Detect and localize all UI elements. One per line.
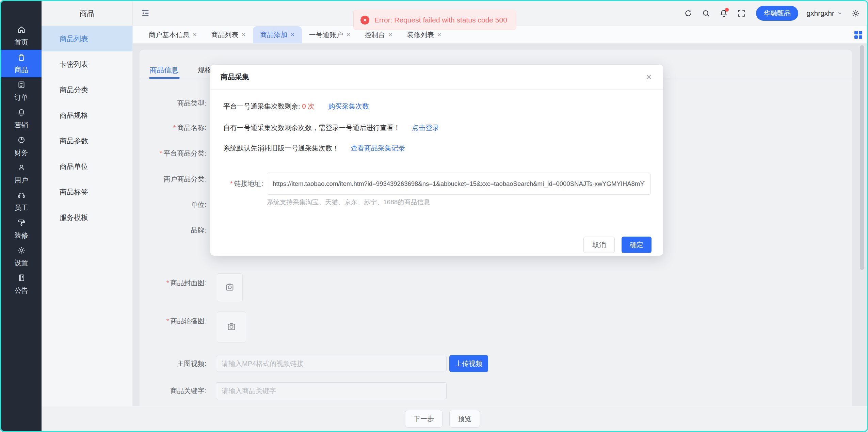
close-tab-icon[interactable]: ✕	[388, 32, 392, 38]
modal-link[interactable]: 查看商品采集记录	[351, 144, 405, 152]
modal-footer: 取消 确定	[583, 237, 652, 253]
user-icon	[17, 163, 26, 174]
close-tab-icon[interactable]: ✕	[242, 32, 246, 38]
shopping-bag-icon	[17, 53, 26, 63]
submenu-list: 商品列表卡密列表商品分类商品规格商品参数商品单位商品标签服务模板	[42, 26, 132, 230]
camera-icon	[226, 321, 237, 333]
sidebar-item-pie-chart[interactable]: 财务	[1, 132, 42, 160]
notification-badge	[725, 8, 729, 12]
refresh-icon[interactable]	[684, 9, 693, 18]
form-tab[interactable]: 商品信息	[150, 65, 178, 75]
submenu-item[interactable]: 商品规格	[42, 102, 132, 128]
bell-icon	[17, 108, 26, 118]
close-tab-icon[interactable]: ✕	[193, 32, 197, 38]
workspace-badge[interactable]: 华融甄品	[756, 6, 798, 21]
headset-icon	[17, 191, 26, 201]
video-url-input[interactable]	[216, 356, 447, 371]
footer-button[interactable]: 下一步	[405, 410, 443, 428]
sidebar-item-label: 用户	[15, 176, 28, 185]
notice-board-icon	[17, 273, 26, 284]
page-tab[interactable]: 商户基本信息✕	[142, 26, 204, 43]
home-icon	[17, 25, 26, 36]
sidebar-item-label: 装修	[15, 231, 28, 240]
camera-icon	[225, 282, 235, 293]
form-label: *商品名称:	[140, 123, 206, 132]
tab-grid-icon[interactable]	[854, 31, 862, 39]
cancel-button[interactable]: 取消	[583, 237, 615, 253]
sidebar-item-shopping-bag[interactable]: 商品	[1, 50, 42, 77]
url-helper-text: 系统支持采集淘宝、天猫、京东、苏宁、1688的商品信息	[267, 198, 430, 207]
notification-bell-icon[interactable]	[719, 9, 728, 18]
sidebar-item-label: 设置	[15, 258, 28, 268]
sidebar-item-label: 财务	[15, 148, 28, 157]
sidebar-item-headset[interactable]: 员工	[1, 188, 42, 215]
error-icon: ✕	[360, 16, 369, 25]
page-tab[interactable]: 一号通账户✕	[302, 26, 358, 43]
submenu-item[interactable]: 商品列表	[42, 26, 132, 51]
modal-info-line: 平台一号通采集次数剩余:0 次购买采集次数	[223, 101, 369, 111]
footer-button[interactable]: 预览	[449, 410, 480, 428]
vertical-scrollbar[interactable]	[860, 45, 864, 270]
error-toast-message: Error: Request failed with status code 5…	[374, 16, 507, 24]
search-icon[interactable]	[702, 9, 710, 18]
modal-link[interactable]: 点击登录	[412, 124, 439, 131]
paint-roller-icon	[17, 218, 26, 229]
form-label: 商户商品分类:	[140, 174, 206, 184]
close-tab-icon[interactable]: ✕	[437, 32, 441, 38]
sidebar-item-gear[interactable]: 设置	[1, 243, 42, 270]
modal-info-line: 系统默认先消耗旧版一号通采集次数！查看商品采集记录	[223, 143, 405, 153]
sidebar-item-label: 商品	[15, 65, 28, 75]
form-tab[interactable]: 规格	[197, 65, 212, 75]
submenu-item[interactable]: 卡密列表	[42, 51, 132, 77]
page-tab-label: 装修列表	[407, 30, 434, 39]
required-asterisk: *	[173, 124, 176, 131]
page-tab-label: 商品添加	[260, 30, 287, 39]
app-window: 首页商品订单营销财务用户员工装修设置公告 商品 商品列表卡密列表商品分类商品规格…	[0, 0, 868, 432]
required-asterisk: *	[230, 180, 233, 187]
upload-video-button[interactable]: 上传视频	[449, 355, 488, 372]
page-tab[interactable]: 商品添加✕	[253, 26, 302, 43]
image-upload-box[interactable]	[217, 273, 243, 302]
sidebar-item-label: 订单	[15, 93, 28, 102]
fullscreen-icon[interactable]	[737, 9, 746, 18]
keyword-input[interactable]	[216, 382, 447, 399]
url-input[interactable]	[267, 173, 651, 195]
form-tab-active-bar	[149, 77, 180, 79]
modal-link[interactable]: 购买采集次数	[328, 102, 369, 110]
sidebar-item-paint-roller[interactable]: 装修	[1, 215, 42, 243]
submenu-item[interactable]: 商品参数	[42, 128, 132, 154]
close-tab-icon[interactable]: ✕	[346, 32, 351, 38]
sidebar-item-notice-board[interactable]: 公告	[1, 270, 42, 298]
form-label: 商品关键字:	[140, 386, 206, 396]
modal-title: 商品采集	[221, 72, 249, 82]
form-label: 品牌:	[140, 225, 206, 235]
sidebar-item-user[interactable]: 用户	[1, 160, 42, 188]
chevron-down-icon	[837, 11, 842, 16]
close-tab-icon[interactable]: ✕	[290, 32, 295, 38]
form-label: 商品类型:	[140, 98, 206, 108]
image-upload-box[interactable]	[217, 311, 246, 343]
submenu-item[interactable]: 商品标签	[42, 179, 132, 205]
page-tab-label: 一号通账户	[309, 30, 343, 39]
sidebar-item-home[interactable]: 首页	[1, 22, 42, 50]
submenu-item[interactable]: 服务模板	[42, 205, 132, 230]
page-tab-label: 控制台	[365, 30, 385, 39]
sidebar-item-order-doc[interactable]: 订单	[1, 77, 42, 105]
collapse-menu-icon[interactable]	[141, 9, 150, 18]
sidebar-item-label: 公告	[15, 286, 28, 295]
error-toast: ✕ Error: Request failed with status code…	[353, 10, 516, 30]
user-menu[interactable]: gxhrgxhr	[806, 9, 842, 17]
required-asterisk: *	[160, 149, 162, 157]
close-icon[interactable]	[645, 73, 653, 81]
modal-header: 商品采集	[210, 65, 663, 90]
sidebar-item-bell[interactable]: 营销	[1, 105, 42, 132]
footer-buttons: 下一步预览	[405, 410, 480, 428]
page-tab[interactable]: 商品列表✕	[204, 26, 253, 43]
submenu-item[interactable]: 商品单位	[42, 154, 132, 179]
form-label: 单位:	[140, 200, 206, 209]
submenu-item[interactable]: 商品分类	[42, 77, 132, 102]
settings-gear-icon[interactable]	[851, 9, 860, 18]
form-label: *平台商品分类:	[140, 148, 206, 158]
remaining-count: 0 次	[302, 102, 315, 110]
confirm-button[interactable]: 确定	[622, 237, 652, 253]
